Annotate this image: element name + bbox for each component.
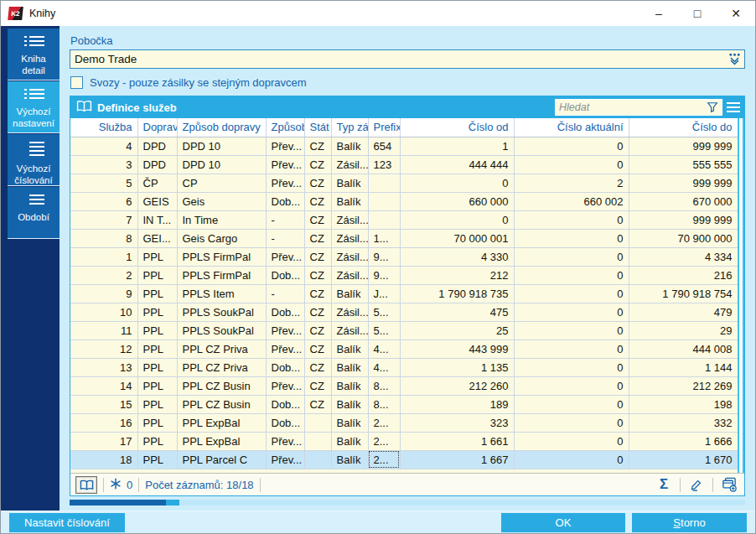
table-cell[interactable]: Dob... (266, 303, 304, 321)
table-row[interactable]: 1PPLPPLS FirmPalPřev...CZZásil...9...4 3… (70, 247, 738, 266)
table-cell[interactable]: CZ (304, 266, 331, 284)
table-cell[interactable]: CZ (304, 155, 331, 174)
table-cell[interactable] (368, 192, 400, 210)
table-cell[interactable]: 8 (70, 229, 137, 247)
table-cell[interactable]: Přev... (266, 155, 304, 174)
table-cell[interactable]: 1 (400, 137, 514, 155)
table-row[interactable]: 11PPLPPLS SoukPalPřev...CZZásil...5...25… (70, 321, 738, 340)
table-cell[interactable]: PPLS Item (177, 284, 266, 303)
maximize-button[interactable]: □ (678, 1, 717, 26)
table-cell[interactable]: 2... (368, 413, 400, 432)
table-cell[interactable]: Přev... (266, 321, 304, 340)
table-cell[interactable]: Geis (177, 192, 266, 210)
table-cell[interactable]: Přev... (266, 432, 304, 450)
table-cell[interactable]: Zásil... (331, 155, 368, 174)
filter-icon[interactable] (705, 101, 722, 113)
table-cell[interactable]: 0 (400, 210, 514, 229)
table-cell[interactable]: 1 670 (629, 450, 738, 469)
table-cell[interactable]: 1 790 918 754 (629, 284, 738, 303)
table-cell[interactable]: 10 (70, 303, 137, 321)
table-cell[interactable]: 212 269 (629, 376, 738, 395)
table-cell[interactable]: 999 999 (629, 137, 738, 155)
table-cell[interactable]: PPL (137, 247, 177, 266)
table-cell[interactable]: 2 (514, 174, 629, 192)
table-cell[interactable]: - (266, 229, 304, 247)
table-cell[interactable]: Balík (331, 174, 368, 192)
table-row[interactable]: 10PPLPPLS SoukPalDob...CZZásil...5...475… (70, 303, 738, 321)
table-cell[interactable]: Dob... (266, 192, 304, 210)
table-cell[interactable]: 1... (368, 229, 400, 247)
column-header[interactable]: Typ zási (331, 118, 368, 137)
table-row[interactable]: 8GEI...Geis Cargo-CZZásil...1...70 000 0… (70, 229, 738, 247)
table-cell[interactable]: Balík (331, 192, 368, 210)
table-cell[interactable] (304, 450, 331, 469)
table-row[interactable]: 4DPDDPD 10Přev...CZBalík65410999 999 (70, 137, 738, 155)
column-header[interactable]: Doprav (137, 118, 177, 137)
vertical-scrollbar[interactable] (738, 118, 744, 473)
table-cell[interactable]: 29 (629, 321, 738, 340)
table-cell[interactable]: Dob... (266, 358, 304, 376)
table-cell[interactable]: 216 (629, 266, 738, 284)
table-cell[interactable]: PPLS FirmPal (177, 247, 266, 266)
table-cell[interactable]: 670 000 (629, 192, 738, 210)
table-cell[interactable]: PPL (137, 395, 177, 413)
table-cell[interactable]: 4... (368, 340, 400, 358)
table-cell[interactable]: Přev... (266, 450, 304, 469)
table-cell[interactable]: 7 (70, 210, 137, 229)
horizontal-scrollbar-thumb[interactable] (70, 500, 166, 505)
table-cell[interactable]: PPL CZ Busin (177, 395, 266, 413)
table-cell[interactable]: 999 999 (629, 174, 738, 192)
table-cell[interactable]: Balík (331, 284, 368, 303)
table-cell[interactable]: PPL (137, 376, 177, 395)
table-row[interactable]: 5ČPCPPřev...CZBalík02999 999 (70, 174, 738, 192)
sidebar-item-vychozi-nastaveni[interactable]: Výchozí nastavení (8, 81, 60, 133)
sidebar-item-kniha-detail[interactable]: Kniha detail (8, 29, 60, 80)
table-cell[interactable]: 660 000 (400, 192, 514, 210)
table-cell[interactable]: Přev... (266, 340, 304, 358)
edit-pencil-icon[interactable] (686, 478, 707, 491)
table-cell[interactable]: PPL CZ Priva (177, 340, 266, 358)
table-cell[interactable]: 0 (514, 229, 629, 247)
table-cell[interactable]: 1 135 (400, 358, 514, 376)
table-cell[interactable]: 4... (368, 358, 400, 376)
table-cell[interactable]: Balík (331, 432, 368, 450)
table-row[interactable]: 9PPLPPLS Item-CZBalíkJ...1 790 918 73501… (70, 284, 738, 303)
table-cell[interactable]: Geis Cargo (177, 229, 266, 247)
table-cell[interactable]: 2... (368, 432, 400, 450)
column-header[interactable]: Způsob dopravy (177, 118, 266, 137)
table-row[interactable]: 6GEISGeisDob...CZBalík660 000660 002670 … (70, 192, 738, 210)
table-cell[interactable]: Balík (331, 137, 368, 155)
column-header[interactable]: Způsob (266, 118, 304, 137)
table-cell[interactable]: IN T... (137, 210, 177, 229)
table-cell[interactable]: 2 (70, 266, 137, 284)
table-cell[interactable]: - (266, 210, 304, 229)
table-cell[interactable]: PPL (137, 450, 177, 469)
table-cell[interactable]: In Time (177, 210, 266, 229)
table-cell[interactable]: 17 (70, 432, 137, 450)
minimize-button[interactable]: – (639, 1, 678, 26)
table-cell[interactable]: 0 (514, 137, 629, 155)
table-cell[interactable]: 1 667 (400, 450, 514, 469)
table-cell[interactable]: CZ (304, 358, 331, 376)
table-cell[interactable]: PPL (137, 340, 177, 358)
pickup-checkbox[interactable] (70, 76, 83, 89)
table-cell[interactable]: Zásil... (331, 247, 368, 266)
table-cell[interactable]: 5... (368, 321, 400, 340)
table-cell[interactable]: 654 (368, 137, 400, 155)
table-cell[interactable]: Dob... (266, 413, 304, 432)
table-cell[interactable]: 1 790 918 735 (400, 284, 514, 303)
table-cell[interactable]: 8... (368, 395, 400, 413)
table-cell[interactable]: 18 (70, 450, 137, 469)
table-cell[interactable]: 999 999 (629, 210, 738, 229)
table-cell[interactable]: 479 (629, 303, 738, 321)
table-cell[interactable]: Balík (331, 450, 368, 469)
table-cell[interactable]: 198 (629, 395, 738, 413)
table-cell[interactable]: Dob... (266, 266, 304, 284)
table-cell[interactable]: PPL CZ Busin (177, 376, 266, 395)
table-cell[interactable]: 0 (514, 303, 629, 321)
table-cell[interactable]: 0 (514, 284, 629, 303)
table-cell[interactable]: 16 (70, 413, 137, 432)
table-row[interactable]: 17PPLPPL ExpBalPřev...Balík2...1 66101 6… (70, 432, 738, 450)
copy-records-icon[interactable] (719, 477, 739, 492)
table-cell[interactable]: CZ (304, 137, 331, 155)
